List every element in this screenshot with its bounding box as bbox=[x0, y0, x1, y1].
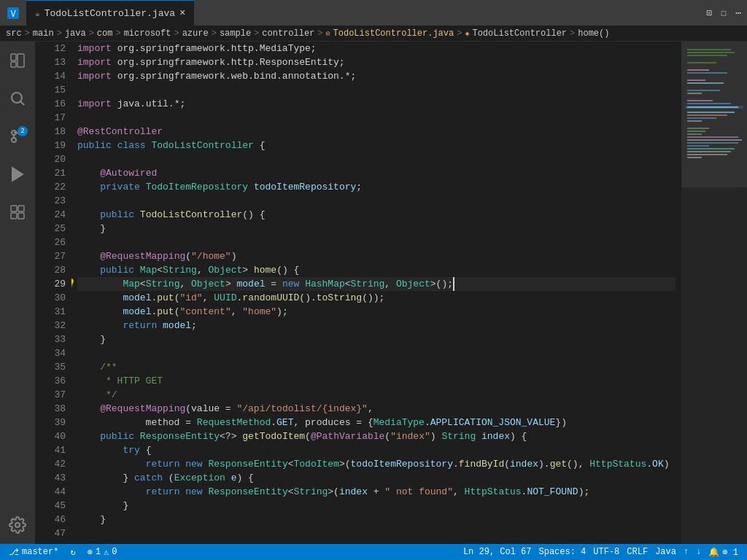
code-line-32: return model; bbox=[77, 319, 676, 332]
encoding[interactable]: UTF-8 bbox=[590, 547, 622, 558]
code-line-31: model.put("content", "home"); bbox=[77, 305, 676, 319]
search-icon[interactable] bbox=[4, 85, 31, 112]
code-line-15 bbox=[77, 83, 676, 97]
notifications-bell[interactable]: 🔔 ⊗ 1 bbox=[705, 547, 741, 558]
code-line-18: @RestController bbox=[77, 125, 676, 139]
line-ending[interactable]: CRLF bbox=[624, 547, 651, 558]
code-line-34 bbox=[77, 346, 676, 360]
code-line-33: } bbox=[77, 332, 676, 346]
line-num-24: 24 bbox=[35, 208, 66, 222]
line-num-12: 12 bbox=[35, 42, 66, 55]
bell-icon: 🔔 bbox=[708, 547, 719, 558]
line-num-19: 19 bbox=[35, 139, 66, 152]
title-bar: V ☕ TodoListController.java × ⊡ ☐ ⋯ bbox=[0, 0, 747, 26]
split-editor-icon[interactable]: ⊡ bbox=[707, 7, 713, 19]
code-line-28: public Map<String, Object> home() { bbox=[77, 263, 676, 277]
encoding-label: UTF-8 bbox=[593, 547, 619, 557]
code-line-26 bbox=[77, 236, 676, 249]
source-control-badge: 2 bbox=[18, 126, 28, 136]
git-branch-label: master* bbox=[22, 547, 58, 557]
language-mode[interactable]: Java bbox=[652, 547, 679, 558]
line-num-39: 39 bbox=[35, 416, 66, 429]
extensions-icon[interactable] bbox=[4, 199, 31, 225]
code-editor[interactable]: 12 13 14 15 16 17 18 19 20 21 22 23 24 2… bbox=[35, 42, 681, 544]
svg-point-16 bbox=[15, 523, 20, 527]
cursor-position[interactable]: Ln 29, Col 67 bbox=[460, 547, 535, 558]
errors-count[interactable]: ⊗ 1 ⚠ 0 bbox=[85, 547, 120, 558]
breadcrumb-src[interactable]: src bbox=[6, 28, 22, 39]
warning-label: 0 bbox=[112, 547, 117, 557]
svg-rect-2 bbox=[11, 54, 16, 61]
code-line-42: return new ResponseEntity<TodoItem>(todo… bbox=[77, 457, 676, 471]
settings-icon[interactable] bbox=[4, 512, 31, 538]
warning-icon: ⚠ bbox=[104, 547, 109, 558]
code-content[interactable]: import org.springframework.http.MediaTyp… bbox=[71, 42, 681, 544]
breadcrumb-file[interactable]: TodoListController.java bbox=[333, 28, 454, 39]
code-line-39: method = RequestMethod.GET, produces = {… bbox=[77, 416, 676, 429]
line-numbers: 12 13 14 15 16 17 18 19 20 21 22 23 24 2… bbox=[35, 42, 71, 544]
code-line-30: model.put("id", UUID.randomUUID().toStri… bbox=[77, 291, 676, 305]
breadcrumb-icon-file: ⊙ bbox=[326, 29, 330, 38]
svg-rect-15 bbox=[18, 213, 24, 219]
source-control-icon[interactable]: 2 bbox=[4, 123, 31, 149]
breadcrumb-method[interactable]: home() bbox=[578, 28, 609, 39]
code-line-17 bbox=[77, 111, 676, 125]
svg-point-8 bbox=[12, 138, 16, 142]
code-line-25: } bbox=[77, 222, 676, 236]
breadcrumb-main[interactable]: main bbox=[33, 28, 54, 39]
line-num-22: 22 bbox=[35, 180, 66, 194]
line-num-35: 35 bbox=[35, 360, 66, 374]
language-label: Java bbox=[655, 547, 676, 557]
sync-button[interactable]: ↻ bbox=[67, 547, 78, 558]
git-branch[interactable]: ⎇ master* bbox=[6, 547, 61, 558]
breadcrumb-java[interactable]: java bbox=[65, 28, 86, 39]
breadcrumb-com[interactable]: com bbox=[97, 28, 113, 39]
line-num-20: 20 bbox=[35, 152, 66, 166]
download-button[interactable]: ↓ bbox=[693, 547, 704, 558]
line-num-38: 38 bbox=[35, 402, 66, 416]
upload-button[interactable]: ↑ bbox=[681, 547, 692, 558]
code-line-29: 💡 Map<String, Object> model = new HashMa… bbox=[77, 277, 676, 291]
notification-count: ⊗ 1 bbox=[722, 547, 738, 558]
line-num-27: 27 bbox=[35, 249, 66, 263]
code-line-20 bbox=[77, 152, 676, 166]
code-line-13: import org.springframework.http.Response… bbox=[77, 55, 676, 69]
svg-text:V: V bbox=[10, 9, 16, 20]
code-line-14: import org.springframework.web.bind.anno… bbox=[77, 69, 676, 83]
toggle-panel-icon[interactable]: ☐ bbox=[721, 7, 727, 19]
line-num-40: 40 bbox=[35, 429, 66, 443]
code-line-36: * HTTP GET bbox=[77, 374, 676, 388]
debug-icon[interactable] bbox=[4, 161, 31, 187]
editor-tab[interactable]: ☕ TodoListController.java × bbox=[26, 0, 194, 26]
line-num-45: 45 bbox=[35, 499, 66, 513]
svg-rect-13 bbox=[18, 206, 24, 211]
breadcrumb-sample[interactable]: sample bbox=[220, 28, 251, 39]
error-label: 1 bbox=[96, 547, 101, 557]
code-line-44: return new ResponseEntity<String>(index … bbox=[77, 485, 676, 499]
svg-line-6 bbox=[20, 101, 25, 106]
title-bar-right: ⊡ ☐ ⋯ bbox=[707, 7, 741, 19]
code-line-24: public TodoListController() { bbox=[77, 208, 676, 222]
line-num-36: 36 bbox=[35, 374, 66, 388]
line-num-47: 47 bbox=[35, 526, 66, 540]
more-actions-icon[interactable]: ⋯ bbox=[735, 7, 741, 19]
tab-close-button[interactable]: × bbox=[179, 7, 185, 19]
breadcrumb-azure[interactable]: azure bbox=[182, 28, 209, 39]
code-line-40: public ResponseEntity<?> getTodoItem(@Pa… bbox=[77, 429, 676, 443]
cursor-position-label: Ln 29, Col 67 bbox=[463, 547, 532, 557]
svg-rect-12 bbox=[11, 206, 17, 211]
line-num-43: 43 bbox=[35, 471, 66, 485]
explorer-icon[interactable] bbox=[4, 47, 31, 74]
breadcrumb-microsoft[interactable]: microsoft bbox=[124, 28, 171, 39]
line-num-46: 46 bbox=[35, 513, 66, 526]
breadcrumb-icon-class: ◈ bbox=[465, 29, 469, 38]
svg-rect-3 bbox=[11, 62, 16, 67]
line-num-34: 34 bbox=[35, 346, 66, 360]
breadcrumb-class[interactable]: TodoListController bbox=[472, 28, 567, 39]
code-line-37: */ bbox=[77, 388, 676, 402]
indentation[interactable]: Spaces: 4 bbox=[536, 547, 589, 558]
line-num-13: 13 bbox=[35, 55, 66, 69]
breadcrumb-controller[interactable]: controller bbox=[262, 28, 314, 39]
code-line-16: import java.util.*; bbox=[77, 97, 676, 111]
tab-file-icon: ☕ bbox=[35, 9, 40, 18]
